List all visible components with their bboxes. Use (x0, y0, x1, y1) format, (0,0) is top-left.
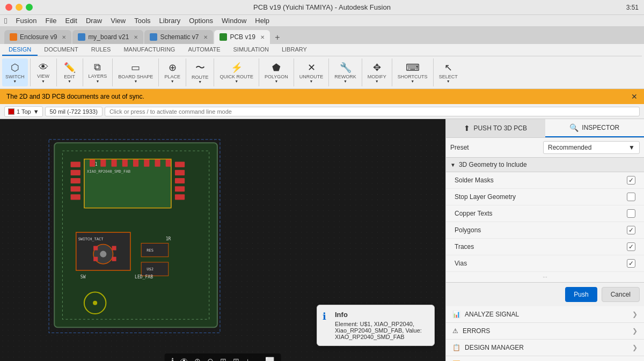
layers-label: LAYERS (89, 74, 107, 79)
menu-library[interactable]: Library (159, 17, 181, 25)
eye-tool-btn[interactable]: 👁 (178, 356, 190, 361)
command-input[interactable] (105, 107, 640, 116)
edit-icon: ✏️ (64, 62, 76, 73)
tool-select[interactable]: ↖ SELECT ▼ (436, 58, 461, 86)
cancel-button[interactable]: Cancel (602, 287, 640, 302)
unroute-icon: ✕ (308, 62, 316, 73)
add-btn[interactable]: + (244, 356, 252, 361)
tool-rework[interactable]: 🔧 REWORK ▼ (331, 58, 360, 86)
tool-modify[interactable]: ✥ MODIFY ▼ (364, 58, 390, 86)
tool-group-switch: ⬡ SWITCH ▼ (2, 58, 31, 86)
zoom-in-btn[interactable]: ⊕ (192, 356, 203, 361)
menu-file[interactable]: File (46, 17, 57, 25)
svg-rect-17 (175, 194, 185, 200)
panel-tab-push3d[interactable]: ⬆ PUSH TO 3D PCB (446, 119, 545, 137)
zoom-out-btn[interactable]: ⊖ (205, 356, 216, 361)
side-item-designmanager[interactable]: 📋 DESIGN MANAGER ❯ (446, 340, 644, 356)
designmanager-label: 📋 DESIGN MANAGER (452, 344, 524, 351)
push-button[interactable]: Push (565, 287, 597, 302)
minus-btn[interactable]: - (254, 356, 261, 361)
info-popup-line3: XIAO_RP2040_SMD_FAB (335, 334, 422, 340)
tool-quickroute[interactable]: ⚡ QUICK ROUTE ▼ (216, 58, 257, 86)
toolbar-tab-manufacturing[interactable]: MANUFACTURING (117, 44, 181, 56)
apple-menu[interactable]:  (4, 16, 7, 25)
toolbar-tab-document[interactable]: DOCUMENT (38, 44, 85, 56)
panel-tab-inspector[interactable]: 🔍 INSPECTOR (545, 119, 645, 137)
menu-view[interactable]: View (111, 17, 126, 25)
tab-close-myboard[interactable]: ✕ (134, 34, 138, 40)
preset-value: Recommended (548, 144, 591, 151)
alert-close-button[interactable]: ✕ (631, 92, 638, 101)
info-popup: ℹ Info Element: U$1, XIAO_RP2040, Xiao_R… (317, 305, 435, 346)
tab-pcb[interactable]: PCB v19 ✕ (214, 30, 269, 44)
coppertexts-checkbox[interactable] (627, 209, 635, 218)
toolbar-tab-rules[interactable]: RULES (85, 44, 118, 56)
close-button[interactable] (5, 4, 12, 11)
tool-place[interactable]: ⊕ PLACE ▼ (161, 58, 184, 86)
tool-route[interactable]: 〜 ROUTE ▼ (188, 58, 212, 86)
tab-label-myboard: my_board v21 (88, 33, 129, 41)
tool-view[interactable]: 👁 VIEW ▼ (33, 58, 54, 86)
tool-group-quickroute: ⚡ QUICK ROUTE ▼ (216, 58, 259, 86)
zoom-fit-btn[interactable]: ⊞ (218, 356, 229, 361)
traffic-lights (5, 4, 33, 11)
canvas-area[interactable]: U$1 XIAO_RP2040_SMD_FAB (0, 119, 445, 361)
svg-text:LED_FAB: LED_FAB (135, 274, 153, 279)
menu-tools[interactable]: Tools (134, 17, 150, 25)
menu-options[interactable]: Options (189, 17, 213, 25)
side-item-errors[interactable]: ⚠ ERRORS ❯ (446, 323, 644, 340)
tool-layers[interactable]: ⧉ LAYERS ▼ (85, 58, 111, 86)
tab-schematic[interactable]: Schematic v7 ✕ (144, 30, 213, 44)
menu-draw[interactable]: Draw (86, 17, 102, 25)
tab-add-button[interactable]: + (271, 31, 284, 44)
place-icon: ⊕ (169, 62, 177, 73)
menu-edit[interactable]: Edit (65, 17, 77, 25)
tool-boardshape[interactable]: ▭ BOARD SHAPE ▼ (115, 58, 156, 86)
maximize-button[interactable] (26, 4, 33, 11)
errors-label: ⚠ ERRORS (452, 327, 490, 335)
place-arrow: ▼ (171, 79, 174, 83)
tab-close-schematic[interactable]: ✕ (203, 34, 208, 40)
tool-edit[interactable]: ✏️ EDIT ▼ (59, 58, 80, 86)
soldermasks-checkbox[interactable]: ✓ (627, 176, 635, 185)
layer-selector[interactable]: 1 Top ▼ (4, 106, 43, 117)
side-item-analyze[interactable]: 📊 ANALYZE SIGNAL ❯ (446, 306, 644, 323)
toolbar-tab-simulation[interactable]: SIMULATION (227, 44, 275, 56)
scroll-indicator: ··· (446, 272, 644, 282)
tab-enclosure[interactable]: Enclosure v9 ✕ (4, 30, 71, 44)
tool-unroute[interactable]: ✕ UNROUTE ▼ (296, 58, 327, 86)
polygons-checkbox[interactable]: ✓ (627, 226, 635, 234)
stoplayer-checkbox[interactable] (627, 193, 635, 201)
toolbar-tab-library[interactable]: LIBRARY (275, 44, 313, 56)
menu-help[interactable]: Help (255, 17, 269, 25)
quickroute-icon: ⚡ (231, 62, 243, 73)
menu-window[interactable]: Window (222, 17, 246, 25)
svg-text:XIAO_RP2040_SMD_FAB: XIAO_RP2040_SMD_FAB (87, 169, 130, 174)
switch-arrow: ▼ (13, 79, 17, 83)
minimize-button[interactable] (16, 4, 23, 11)
geometry-item-polygons: Polygons ✓ (446, 222, 644, 239)
tool-shortcuts[interactable]: ⌨ SHORTCUTS ▼ (394, 58, 431, 86)
svg-rect-15 (175, 178, 185, 183)
svg-rect-18 (90, 159, 95, 167)
grid-btn[interactable]: ⊞ (231, 356, 241, 361)
menu-fusion[interactable]: Fusion (16, 17, 36, 25)
tab-myboard[interactable]: my_board v21 ✕ (72, 30, 143, 44)
vias-checkbox[interactable]: ✓ (627, 259, 635, 268)
tool-polygon[interactable]: ⬟ POLYGON ▼ (261, 58, 291, 86)
route-icon: 〜 (195, 61, 205, 74)
tab-close-enclosure[interactable]: ✕ (62, 34, 66, 40)
tool-group-unroute: ✕ UNROUTE ▼ (296, 58, 330, 86)
toolbar-tab-automate[interactable]: AUTOMATE (181, 44, 226, 56)
tool-switch[interactable]: ⬡ SWITCH ▼ (2, 58, 28, 86)
modify-icon: ✥ (373, 62, 381, 73)
info-tool-btn[interactable]: ℹ (169, 356, 176, 361)
preset-select[interactable]: Recommended ▼ (543, 141, 640, 154)
geometry-section-header[interactable]: ▼ 3D Geometry to Include (446, 157, 644, 172)
select-tool-btn[interactable]: ⬜ (263, 356, 276, 361)
side-item-selectionfilter[interactable]: 🔽 SELECTION FILTER ❯ (446, 356, 644, 361)
toolbar-tab-design[interactable]: DESIGN (2, 44, 38, 56)
geometry-item-stoplayer: Stop Layer Geometry (446, 189, 644, 205)
traces-checkbox[interactable]: ✓ (627, 242, 635, 251)
tab-close-pcb[interactable]: ✕ (260, 34, 265, 40)
